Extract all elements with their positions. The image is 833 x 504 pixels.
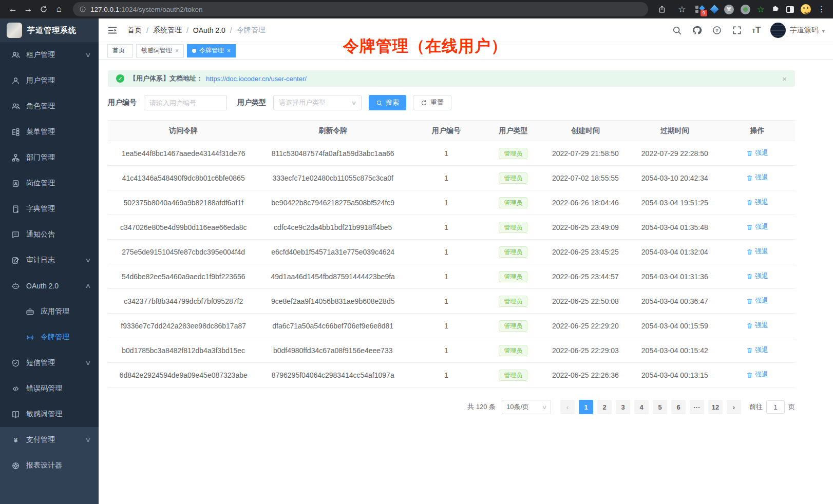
user-type-badge: 管理员 — [499, 148, 527, 159]
force-logout-button[interactable]: 强退 — [746, 247, 768, 256]
address-bar[interactable]: 127.0.0.1:1024/system/oauth2/token — [73, 2, 648, 16]
page-ellipsis[interactable]: ··· — [690, 400, 704, 414]
sidebar-item-icon — [11, 359, 20, 367]
force-logout-button[interactable]: 强退 — [746, 173, 768, 182]
sidebar-item-icon — [11, 102, 20, 111]
cell-refresh-token: 9ce8ef2aa9f14056b831ae9b608e28d5 — [259, 289, 407, 314]
breadcrumb-item[interactable]: 系统管理 — [153, 26, 182, 35]
site-info-icon[interactable] — [79, 6, 86, 13]
browser-actions: ☆ 9 ⌘ ☆ ⋮ — [655, 3, 827, 16]
force-logout-button[interactable]: 强退 — [746, 272, 768, 281]
sidebar-item-report[interactable]: 报表设计器 — [0, 453, 99, 478]
breadcrumb-item[interactable]: OAuth 2.0 — [193, 26, 225, 34]
page-button-5[interactable]: 5 — [653, 400, 667, 414]
side-panel-icon[interactable] — [786, 6, 794, 13]
next-page-button[interactable]: › — [727, 400, 741, 414]
page-button-2[interactable]: 2 — [597, 400, 612, 414]
user-id-input[interactable] — [144, 95, 227, 110]
back-icon[interactable]: ← — [6, 3, 20, 16]
extension-diamond-icon[interactable] — [710, 5, 718, 14]
sidebar-item-users[interactable]: 租户管理 ∨ — [0, 42, 99, 68]
reload-icon[interactable] — [37, 3, 50, 16]
sidebar-item-label: 用户管理 — [26, 76, 55, 85]
help-icon[interactable] — [712, 25, 722, 35]
sidebar-item-pay[interactable]: 支付管理 ∨ — [0, 427, 99, 453]
user-type-label: 用户类型 — [237, 98, 266, 107]
force-logout-button[interactable]: 强退 — [746, 321, 768, 330]
sidebar-item-app[interactable]: 应用管理 — [0, 299, 99, 324]
chevron-icon: ∧ — [85, 282, 91, 289]
goto-page-input[interactable] — [766, 400, 785, 414]
profile-avatar-icon[interactable] — [801, 4, 811, 14]
prev-page-button[interactable]: ‹ — [560, 400, 575, 414]
view-tab[interactable]: 首页 — [107, 44, 133, 57]
cell-created-time: 2022-06-26 18:04:46 — [541, 190, 630, 215]
cell-created-time: 2022-07-29 21:58:50 — [541, 141, 630, 166]
logo-image — [7, 23, 22, 38]
sidebar-item-sensitive-word[interactable]: 敏感词管理 — [0, 401, 99, 427]
cell-expire-time: 2054-03-10 20:42:34 — [630, 166, 720, 190]
forward-icon[interactable]: → — [22, 3, 35, 16]
extension-command-icon[interactable]: ⌘ — [724, 5, 734, 14]
sidebar-item-label: 租户管理 — [26, 50, 55, 60]
page-button-12[interactable]: 12 — [708, 400, 723, 414]
font-size-icon[interactable]: TT — [752, 25, 761, 35]
tab-close-icon[interactable]: × — [227, 47, 231, 54]
page-button-3[interactable]: 3 — [616, 400, 630, 414]
page-button-4[interactable]: 4 — [634, 400, 649, 414]
bookmark-star-icon[interactable]: ☆ — [675, 3, 689, 16]
user-avatar[interactable] — [770, 23, 786, 38]
alert-close-icon[interactable]: × — [782, 74, 787, 83]
extension-star-icon[interactable]: ☆ — [757, 4, 765, 15]
force-logout-button[interactable]: 强退 — [746, 222, 768, 231]
extension-record-icon[interactable] — [741, 5, 750, 14]
sidebar-item-org[interactable]: 部门管理 — [0, 145, 99, 170]
sidebar-item-sms[interactable]: 短信管理 ∨ — [0, 350, 99, 376]
sidebar-item-audit-log[interactable]: 审计日志 ∨ — [0, 247, 99, 273]
github-icon[interactable] — [692, 25, 702, 35]
sidebar-item-oauth[interactable]: OAuth 2.0 ∧ — [0, 273, 99, 299]
col-refresh-token: 刷新令牌 — [259, 121, 407, 141]
sidebar-toggle-icon[interactable] — [107, 25, 118, 36]
search-icon[interactable] — [672, 25, 682, 35]
page-button-6[interactable]: 6 — [671, 400, 686, 414]
search-button[interactable]: 搜索 — [369, 95, 406, 110]
user-type-select[interactable]: 请选择用户类型 ∨ — [273, 95, 362, 110]
force-logout-button[interactable]: 强退 — [746, 148, 768, 158]
page-size-select[interactable]: 10条/页 ∨ — [502, 400, 551, 414]
table-row: 54d6be82ee5a460a9aedc1f9bf223656 49d1aa4… — [108, 264, 795, 289]
sidebar-item-message[interactable]: 通知公告 — [0, 222, 99, 247]
share-icon[interactable] — [655, 3, 669, 16]
doc-link[interactable]: https://doc.iocoder.cn/user-center/ — [206, 75, 307, 83]
cell-expire-time: 2054-03-04 00:15:59 — [630, 314, 720, 338]
force-logout-button[interactable]: 强退 — [746, 370, 768, 379]
sidebar-item-label: 令牌管理 — [41, 333, 69, 342]
home-icon[interactable]: ⌂ — [52, 3, 66, 16]
sidebar-item-user[interactable]: 用户管理 — [0, 68, 99, 93]
sidebar-item-icon — [11, 282, 20, 290]
breadcrumb-item[interactable]: 首页 — [127, 26, 142, 35]
view-tab[interactable]: 令牌管理 × — [187, 44, 236, 57]
user-dropdown[interactable]: 芋道源码 ▾ — [770, 23, 825, 38]
tab-close-icon[interactable]: × — [175, 47, 179, 54]
sidebar-item-id-badge[interactable]: 岗位管理 — [0, 170, 99, 196]
fullscreen-icon[interactable] — [732, 25, 742, 35]
force-logout-button[interactable]: 强退 — [746, 345, 768, 355]
sidebar-item-users[interactable]: 角色管理 — [0, 93, 99, 119]
table-row: c347026e805e4d99b0d116eae66eda8c cdfc4ce… — [108, 215, 795, 240]
app-logo[interactable]: 芋道管理系统 — [0, 18, 99, 42]
force-logout-button[interactable]: 强退 — [746, 296, 768, 305]
sidebar-item-token[interactable]: 令牌管理 — [0, 324, 99, 350]
sidebar-item-tree[interactable]: 菜单管理 — [0, 119, 99, 145]
sidebar-item-dictionary[interactable]: 字典管理 — [0, 196, 99, 222]
sidebar-item-error-code[interactable]: 错误码管理 — [0, 376, 99, 401]
extension-grid-icon[interactable]: 9 — [695, 5, 705, 13]
sidebar-menu-bottom: 支付管理 ∨ 报表设计器 — [0, 427, 99, 504]
browser-menu-icon[interactable]: ⋮ — [818, 5, 826, 14]
search-button-label: 搜索 — [386, 98, 399, 107]
force-logout-button[interactable]: 强退 — [746, 198, 768, 207]
reset-button[interactable]: 重置 — [413, 95, 451, 110]
extensions-puzzle-icon[interactable] — [771, 4, 780, 14]
page-button-1[interactable]: 1 — [579, 400, 593, 414]
view-tab[interactable]: 敏感词管理 × — [136, 44, 184, 57]
